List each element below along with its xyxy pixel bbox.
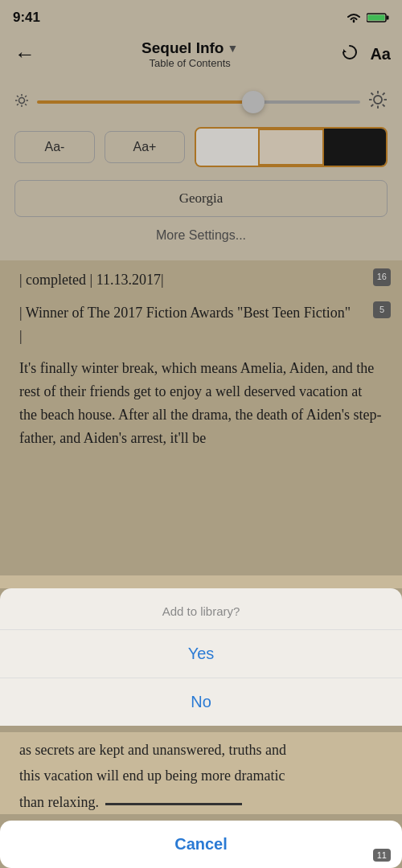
dialog-overlay: Add to library? Yes No as secrets are ke… (0, 0, 402, 868)
bottom-text-3: than relaxing. (19, 794, 99, 810)
dialog-yes-button[interactable]: Yes (0, 630, 402, 678)
dialog-cancel-button[interactable]: Cancel (0, 821, 402, 868)
page-number: 11 (373, 849, 391, 862)
dialog-no-button[interactable]: No (0, 678, 402, 726)
bottom-content (0, 575, 402, 588)
bottom-text-1: as secrets are kept and unanswered, trut… (19, 739, 383, 762)
bottom-underline (105, 803, 242, 805)
dialog-container: Add to library? Yes No (0, 588, 402, 726)
dialog-prompt: Add to library? (0, 588, 402, 630)
bottom-text-2: this vacation will end up being more dra… (19, 764, 383, 788)
